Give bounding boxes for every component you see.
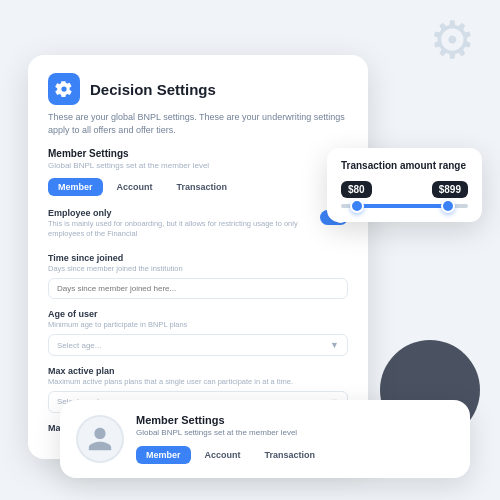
avatar xyxy=(76,415,124,463)
tooltip-desc: Global BNPL settings set at the member l… xyxy=(136,428,454,438)
tooltip-title: Member Settings xyxy=(136,414,454,426)
card-header: Decision Settings xyxy=(48,73,348,105)
employee-label: Employee only xyxy=(48,208,312,218)
transaction-popup: Transaction amount range $80 $899 xyxy=(327,148,482,222)
chevron-down-icon: ▼ xyxy=(330,340,339,350)
range-thumb-left[interactable] xyxy=(350,199,364,213)
range-track[interactable] xyxy=(341,204,468,208)
tooltip-tab-transaction[interactable]: Transaction xyxy=(255,446,326,464)
popup-title: Transaction amount range xyxy=(341,160,468,171)
tooltip-tab-account[interactable]: Account xyxy=(195,446,251,464)
member-tab-group: Member Account Transaction xyxy=(48,178,348,196)
tooltip-content: Member Settings Global BNPL settings set… xyxy=(136,414,454,464)
range-fill xyxy=(351,204,453,208)
tab-account[interactable]: Account xyxy=(107,178,163,196)
settings-icon-box xyxy=(48,73,80,105)
age-user-label: Age of user xyxy=(48,309,348,319)
main-settings-card: Decision Settings These are your global … xyxy=(28,55,368,459)
range-min-badge: $80 xyxy=(341,181,372,198)
range-labels: $80 $899 xyxy=(341,181,468,198)
tooltip-tab-group: Member Account Transaction xyxy=(136,446,454,464)
person-icon xyxy=(86,425,114,453)
tooltip-tab-member[interactable]: Member xyxy=(136,446,191,464)
age-user-desc: Minimum age to participate in BNPL plans xyxy=(48,320,348,330)
bottom-tooltip: Member Settings Global BNPL settings set… xyxy=(60,400,470,478)
settings-icon xyxy=(55,80,73,98)
member-settings-desc: Global BNPL settings set at the member l… xyxy=(48,161,348,170)
max-plan-desc: Maximum active plans plans that a single… xyxy=(48,377,348,387)
card-subtitle: These are your global BNPL settings. The… xyxy=(48,111,348,136)
card-title: Decision Settings xyxy=(90,81,216,98)
time-joined-input[interactable] xyxy=(48,278,348,299)
time-joined-row: Time since joined Days since member join… xyxy=(48,253,348,300)
age-select[interactable]: Select age... ▼ xyxy=(48,334,348,356)
range-max-badge: $899 xyxy=(432,181,468,198)
time-joined-label: Time since joined xyxy=(48,253,348,263)
tab-member[interactable]: Member xyxy=(48,178,103,196)
range-thumb-right[interactable] xyxy=(441,199,455,213)
time-joined-desc: Days since member joined the institution xyxy=(48,264,348,274)
gear-icon: ⚙ xyxy=(422,10,482,70)
member-settings-label: Member Settings xyxy=(48,148,348,159)
employee-only-row: Employee only This is mainly used for on… xyxy=(48,208,348,243)
max-plan-label: Max active plan xyxy=(48,366,348,376)
employee-text: Employee only This is mainly used for on… xyxy=(48,208,312,243)
employee-desc: This is mainly used for onboarding, but … xyxy=(48,219,312,239)
age-placeholder: Select age... xyxy=(57,341,101,350)
tab-transaction[interactable]: Transaction xyxy=(167,178,238,196)
age-user-row: Age of user Minimum age to participate i… xyxy=(48,309,348,356)
